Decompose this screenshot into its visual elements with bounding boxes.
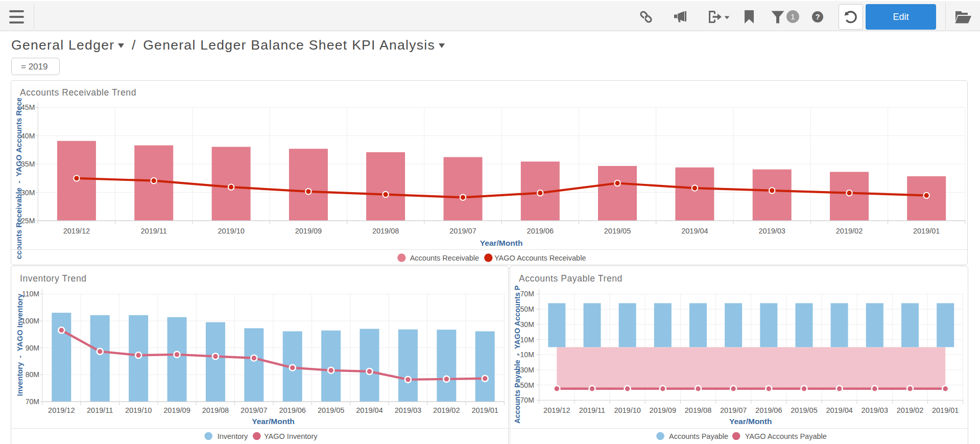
svg-text:Accounts Payable Trend: Accounts Payable Trend: [519, 273, 623, 284]
svg-text:2019/02: 2019/02: [836, 227, 863, 235]
svg-text:Inventory: Inventory: [218, 432, 248, 440]
svg-text:2019/11: 2019/11: [87, 406, 113, 414]
svg-text:2019/09: 2019/09: [650, 406, 676, 414]
svg-text:YAGO Accounts Payable: YAGO Accounts Payable: [745, 432, 827, 440]
svg-text:70M: 70M: [520, 290, 534, 298]
svg-text:2019/09: 2019/09: [295, 227, 322, 235]
svg-text:2019/06: 2019/06: [527, 227, 554, 235]
svg-text:Inventory - YAGO Inventory: Inventory - YAGO Inventory: [16, 293, 24, 396]
svg-text:2019/10: 2019/10: [218, 227, 244, 235]
svg-text:2019/05: 2019/05: [791, 406, 817, 414]
svg-text:2019/01: 2019/01: [932, 406, 959, 414]
svg-text:90M: 90M: [26, 344, 39, 352]
svg-text:Accounts Receivable Trend: Accounts Receivable Trend: [20, 87, 136, 98]
svg-text:30M: 30M: [21, 189, 35, 197]
svg-text:2019/03: 2019/03: [862, 406, 888, 414]
svg-text:2019/03: 2019/03: [395, 406, 421, 414]
svg-text:2019/10: 2019/10: [125, 406, 152, 414]
svg-text:2019/12: 2019/12: [543, 406, 570, 414]
svg-text:40M: 40M: [21, 132, 35, 140]
svg-text:2019/09: 2019/09: [163, 406, 190, 414]
svg-text:Accounts Payable - YAGO Acco: Accounts Payable - YAGO Accounts Payable: [513, 266, 521, 424]
svg-text:30M: 30M: [520, 320, 534, 329]
svg-text:45M: 45M: [21, 103, 35, 111]
svg-text:2019/07: 2019/07: [720, 406, 747, 414]
svg-text:Accounts Receivable: Accounts Receivable: [410, 254, 479, 262]
svg-text:2019/12: 2019/12: [63, 227, 90, 235]
svg-text:110M: 110M: [22, 290, 39, 298]
svg-text:2019/12: 2019/12: [48, 406, 75, 414]
svg-text:Accounts Receivable - YAGO A: Accounts Receivable - YAGO Accounts Rece…: [14, 80, 23, 265]
svg-text:2019/01: 2019/01: [913, 227, 940, 235]
svg-text:25M: 25M: [21, 217, 35, 225]
svg-text:2019/04: 2019/04: [826, 406, 852, 414]
svg-text:Year/Month: Year/Month: [480, 239, 523, 247]
svg-text:10M: 10M: [520, 336, 534, 344]
svg-text:2019/10: 2019/10: [614, 406, 640, 414]
svg-text:80M: 80M: [26, 370, 39, 379]
svg-text:2019/02: 2019/02: [433, 406, 460, 414]
svg-text:2019/01: 2019/01: [471, 406, 498, 414]
svg-text:2019/03: 2019/03: [758, 227, 785, 235]
svg-text:2019/04: 2019/04: [356, 406, 383, 414]
svg-text:2019/06: 2019/06: [279, 406, 305, 414]
svg-text:Accounts Payable: Accounts Payable: [669, 432, 728, 440]
svg-text:2019/04: 2019/04: [681, 227, 708, 235]
svg-text:100M: 100M: [21, 317, 39, 325]
svg-text:2019/05: 2019/05: [604, 227, 631, 235]
svg-text:2019/08: 2019/08: [202, 406, 229, 414]
svg-text:2019/06: 2019/06: [755, 406, 782, 414]
svg-text:2019/07: 2019/07: [241, 406, 267, 414]
svg-text:Year/Month: Year/Month: [729, 417, 772, 426]
svg-text:YAGO Inventory: YAGO Inventory: [264, 432, 318, 440]
svg-text:2019/11: 2019/11: [579, 406, 605, 414]
svg-text:2019/08: 2019/08: [685, 406, 711, 414]
svg-text:35M: 35M: [21, 160, 35, 168]
svg-text:50M: 50M: [520, 305, 534, 313]
svg-text:Inventory Trend: Inventory Trend: [20, 273, 87, 284]
svg-text:2019/02: 2019/02: [897, 406, 923, 414]
svg-text:70M: 70M: [26, 398, 39, 406]
svg-text:2019/08: 2019/08: [372, 227, 399, 235]
svg-text:2019/11: 2019/11: [141, 227, 167, 235]
svg-text:Year/Month: Year/Month: [252, 417, 295, 426]
svg-text:YAGO Accounts Receivable: YAGO Accounts Receivable: [494, 254, 586, 262]
svg-text:2019/07: 2019/07: [449, 227, 476, 235]
svg-text:2019/05: 2019/05: [318, 406, 344, 414]
